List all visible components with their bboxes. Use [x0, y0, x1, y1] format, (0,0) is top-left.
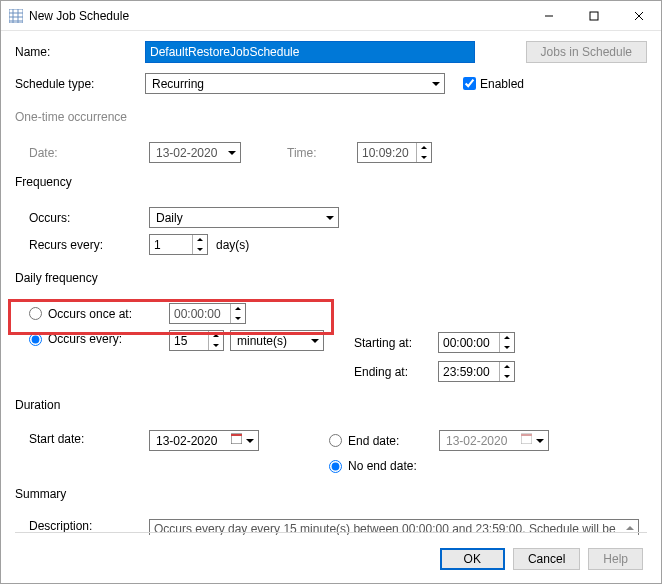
no-end-date-label: No end date:	[348, 459, 417, 473]
occurs-every-unit-value: minute(s)	[237, 334, 287, 348]
no-end-date-radio[interactable]: No end date:	[329, 459, 549, 473]
one-time-time-label: Time:	[287, 146, 357, 160]
start-date-label: Start date:	[29, 432, 149, 446]
occurs-every-label: Occurs every:	[48, 332, 122, 346]
name-label: Name:	[15, 45, 145, 59]
occurs-once-time-value[interactable]	[170, 304, 230, 323]
days-suffix: day(s)	[216, 238, 249, 252]
spinner-down	[417, 153, 431, 163]
recurs-every-value[interactable]	[150, 235, 192, 254]
no-end-date-radio-input[interactable]	[329, 460, 342, 473]
one-time-time-value	[358, 143, 416, 162]
spinner-buttons	[499, 333, 514, 352]
dialog-window: New Job Schedule Name: Jobs in Schedule …	[0, 0, 662, 584]
occurs-every-unit-select[interactable]: minute(s)	[230, 330, 324, 351]
occurs-once-radio-input[interactable]	[29, 307, 42, 320]
cancel-button[interactable]: Cancel	[513, 548, 580, 570]
spinner-up[interactable]	[193, 235, 207, 245]
schedule-type-value: Recurring	[152, 77, 204, 91]
one-time-row: Date: 13-02-2020 Time:	[15, 142, 647, 163]
end-date-value: 13-02-2020	[446, 434, 507, 448]
spinner-buttons	[499, 362, 514, 381]
one-time-group-label: One-time occurrence	[15, 110, 647, 124]
footer: OK Cancel Help	[1, 535, 661, 583]
one-time-date-label: Date:	[29, 146, 149, 160]
spinner-down[interactable]	[500, 343, 514, 353]
window-title: New Job Schedule	[29, 9, 129, 23]
start-date-picker[interactable]: 13-02-2020	[149, 430, 259, 451]
end-date-radio-input[interactable]	[329, 434, 342, 447]
end-date-picker: 13-02-2020	[439, 430, 549, 451]
ending-at-spinner[interactable]	[438, 361, 515, 382]
chevron-down-icon	[536, 439, 544, 443]
name-input[interactable]	[145, 41, 475, 63]
frequency-group-label: Frequency	[15, 175, 647, 189]
occurs-every-row: Occurs every: minute(s)	[15, 330, 647, 382]
summary-group-label: Summary	[15, 487, 647, 501]
spinner-down[interactable]	[231, 314, 245, 324]
occurs-once-time-spinner[interactable]	[169, 303, 246, 324]
close-button[interactable]	[616, 1, 661, 30]
spinner-buttons	[192, 235, 207, 254]
svg-rect-13	[521, 434, 532, 436]
svg-rect-11	[231, 434, 242, 436]
spinner-up[interactable]	[500, 362, 514, 372]
enabled-checkbox-input[interactable]	[463, 77, 476, 90]
occurs-every-radio-input[interactable]	[29, 333, 42, 346]
occurs-row: Occurs: Daily	[15, 207, 647, 228]
schedule-type-label: Schedule type:	[15, 77, 145, 91]
chevron-down-icon	[311, 339, 319, 343]
app-icon	[9, 9, 23, 23]
end-date-label: End date:	[348, 434, 399, 448]
ok-button[interactable]: OK	[440, 548, 505, 570]
content-area: Name: Jobs in Schedule Schedule type: Re…	[1, 31, 661, 535]
schedule-type-select[interactable]: Recurring	[145, 73, 445, 94]
name-row: Name: Jobs in Schedule	[15, 41, 647, 63]
starting-at-label: Starting at:	[354, 336, 438, 350]
occurs-once-radio[interactable]: Occurs once at:	[29, 307, 169, 321]
maximize-button[interactable]	[571, 1, 616, 30]
minimize-button[interactable]	[526, 1, 571, 30]
recurs-every-spinner[interactable]	[149, 234, 208, 255]
occurs-every-value[interactable]	[170, 331, 208, 350]
spinner-up[interactable]	[209, 331, 223, 341]
end-date-radio[interactable]: End date:	[329, 434, 439, 448]
duration-row: Start date: 13-02-2020 End date: 13-02-2…	[15, 430, 647, 473]
daily-frequency-group-label: Daily frequency	[15, 271, 647, 285]
starting-at-spinner[interactable]	[438, 332, 515, 353]
window-controls	[526, 1, 661, 30]
spinner-up[interactable]	[500, 333, 514, 343]
calendar-icon	[231, 433, 242, 444]
spinner-down[interactable]	[193, 245, 207, 255]
recurs-every-label: Recurs every:	[29, 238, 149, 252]
starting-at-value[interactable]	[439, 333, 499, 352]
spinner-buttons	[230, 304, 245, 323]
start-date-value: 13-02-2020	[156, 434, 217, 448]
description-label: Description:	[29, 519, 149, 533]
occurs-every-radio[interactable]: Occurs every:	[29, 332, 169, 346]
spinner-down[interactable]	[209, 341, 223, 351]
schedule-type-row: Schedule type: Recurring Enabled	[15, 73, 647, 94]
spinner-down[interactable]	[500, 372, 514, 382]
svg-rect-7	[590, 12, 598, 20]
enabled-checkbox[interactable]: Enabled	[463, 77, 524, 91]
chevron-down-icon	[432, 82, 440, 86]
separator	[15, 532, 647, 533]
occurs-every-spinner[interactable]	[169, 330, 224, 351]
ending-at-value[interactable]	[439, 362, 499, 381]
chevron-down-icon	[326, 216, 334, 220]
occurs-select[interactable]: Daily	[149, 207, 339, 228]
chevron-down-icon	[246, 439, 254, 443]
titlebar: New Job Schedule	[1, 1, 661, 31]
spinner-up[interactable]	[231, 304, 245, 314]
enabled-label: Enabled	[480, 77, 524, 91]
help-button[interactable]: Help	[588, 548, 643, 570]
occurs-once-label: Occurs once at:	[48, 307, 132, 321]
duration-group-label: Duration	[15, 398, 647, 412]
occurs-once-row: Occurs once at:	[15, 303, 647, 324]
occurs-value: Daily	[156, 211, 183, 225]
ending-at-label: Ending at:	[354, 365, 438, 379]
spinner-buttons	[208, 331, 223, 350]
description-text: Occurs every day every 15 minute(s) betw…	[154, 522, 616, 535]
jobs-in-schedule-button[interactable]: Jobs in Schedule	[526, 41, 647, 63]
